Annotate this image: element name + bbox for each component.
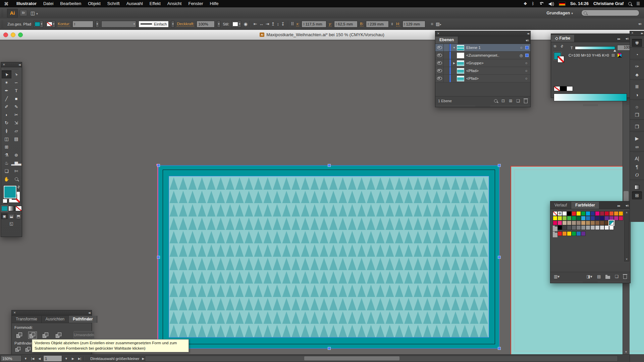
spotlight-search-icon[interactable] (628, 2, 632, 5)
menu-effekt[interactable]: Effekt (146, 0, 164, 7)
color-swatch[interactable] (600, 211, 604, 216)
selection-handle-ne[interactable] (498, 164, 500, 167)
y-position-field[interactable]: ▴▾62,5 mm (334, 21, 358, 27)
zoom-dropdown-caret[interactable]: ▼ (23, 357, 29, 360)
graphic-styles-panel-icon[interactable]: ❒ (632, 111, 642, 119)
slice-tool[interactable]: ✄ (11, 167, 21, 175)
color-swatch[interactable] (562, 231, 567, 236)
transparency-panel-icon[interactable]: ◑ (632, 91, 642, 99)
scissors-tool[interactable]: ✂ (11, 111, 21, 119)
scale-tool[interactable]: ⇲ (11, 119, 21, 127)
tint-slider-thumb[interactable] (613, 50, 616, 52)
swatch-options-icon[interactable]: ▤ (597, 274, 601, 279)
layer-row[interactable]: <Zusammengeset..◎ (435, 52, 530, 59)
transform-options-icon[interactable]: ⠿ (291, 21, 294, 26)
height-field[interactable]: ▴▾129 mm (402, 21, 425, 27)
color-swatch[interactable] (581, 231, 586, 236)
pathfinder-trim[interactable] (25, 347, 31, 352)
triangle-pattern-path[interactable] (169, 176, 489, 338)
color-swatch[interactable] (572, 216, 576, 221)
layer-thumbnail[interactable] (457, 76, 464, 81)
fill-color-dropdown[interactable]: ▾ (34, 21, 43, 27)
color-swatch[interactable] (614, 216, 619, 221)
pen-tool[interactable]: ✒ (2, 86, 11, 95)
color-swatch[interactable] (576, 221, 581, 225)
draw-inside-mode-button[interactable]: ⬒ (15, 213, 22, 219)
hand-tool[interactable]: ✋ (2, 175, 11, 183)
align-horizontal-center-icon[interactable]: ↔ (258, 21, 265, 26)
target-circle-icon[interactable]: ○ (522, 76, 530, 80)
color-swatch[interactable] (562, 221, 567, 225)
swatches-panel-icon[interactable]: ⊞ (632, 191, 642, 199)
selected-pattern-swatch[interactable] (609, 221, 614, 225)
menu-clock[interactable]: So. 14:26 (570, 1, 589, 6)
color-swatch[interactable] (553, 221, 557, 225)
opentype-panel-icon[interactable]: O (632, 171, 642, 179)
first-artboard-button[interactable]: |◀ (30, 357, 36, 360)
none-swatch[interactable] (553, 211, 557, 216)
layer-thumbnail[interactable] (457, 53, 464, 58)
layer-row[interactable]: ▼Ebene 1○ (435, 44, 530, 52)
next-artboard-button[interactable]: ▶ (70, 357, 75, 360)
keyboard-layout-german-flag-icon[interactable] (559, 2, 566, 6)
x-position-field[interactable]: ▴▾117,5 mm (302, 21, 326, 27)
notification-center-icon[interactable]: ☰ (636, 1, 640, 6)
postcard-artwork[interactable] (159, 166, 499, 348)
color-swatch[interactable] (595, 211, 600, 216)
color-swatch[interactable] (581, 221, 586, 225)
dock-expand-icon[interactable]: ▸▸ (641, 32, 643, 35)
selection-tool[interactable]: ➤ (2, 70, 11, 78)
color-swatch[interactable] (619, 216, 623, 221)
links-panel-icon[interactable]: ∞ (632, 143, 642, 151)
show-swatch-kinds-icon[interactable]: ◨▾ (587, 274, 592, 279)
stroke-weight-label[interactable]: Kontur: (58, 22, 70, 26)
stroke-weight-dropdown[interactable]: ▾ (96, 21, 99, 27)
workspace-switcher[interactable]: Grundlagen▾ (546, 11, 573, 15)
search-input[interactable] (581, 10, 639, 16)
selection-handle-n[interactable] (328, 164, 330, 167)
width-tool[interactable]: ≬ (2, 127, 11, 135)
lock-toggle-cell[interactable] (444, 75, 449, 82)
color-swatch[interactable] (576, 211, 581, 216)
new-swatch-icon[interactable]: ❏ (615, 274, 619, 279)
perspective-grid-tool[interactable]: ▤ (11, 135, 21, 143)
blob-brush-tool[interactable]: ◗ (2, 111, 11, 119)
color-swatch[interactable] (576, 231, 581, 236)
new-sublayer-icon[interactable]: ⊞ (509, 99, 512, 103)
tint-slider[interactable] (575, 46, 615, 50)
default-fill-stroke-icon[interactable] (3, 199, 7, 203)
swatch-libraries-menu-icon[interactable]: ▥▾ (554, 274, 559, 279)
tint-value-field[interactable]: 100 (617, 45, 631, 51)
width-label[interactable]: B: (360, 22, 364, 26)
menu-illustrator[interactable]: Illustrator (13, 0, 40, 7)
swatches-panel-menu-icon[interactable]: ▾≡ (626, 204, 629, 207)
artboard-dropdown-caret[interactable]: ▼ (63, 357, 69, 360)
gradient-tool[interactable] (11, 143, 21, 151)
brush-definition-dropdown[interactable]: Einfach (139, 21, 169, 27)
color-swatch[interactable] (619, 211, 623, 216)
volume-icon[interactable]: ◀)) (548, 1, 554, 6)
brush-dropdown-caret[interactable]: ▾ (171, 21, 174, 27)
type-tool[interactable]: T (11, 86, 21, 95)
color-swatch[interactable] (600, 225, 604, 230)
free-transform-tool[interactable]: ▱ (11, 127, 21, 135)
color-spectrum-ramp[interactable] (554, 94, 627, 101)
y-label[interactable]: y: (329, 22, 332, 26)
color-swatch[interactable] (557, 225, 562, 230)
layer-thumbnail[interactable] (457, 68, 464, 74)
tab-pathfinder[interactable]: Pathfinder (69, 316, 97, 323)
zoom-window-button[interactable] (18, 33, 23, 37)
color-group-folder-icon[interactable] (553, 227, 557, 231)
swatches-panel-corner-grip[interactable] (626, 279, 630, 282)
lock-toggle-cell[interactable] (444, 59, 449, 67)
color-swatch[interactable] (572, 211, 576, 216)
color-swatch[interactable] (590, 225, 595, 230)
shape-mode-exclude[interactable] (54, 331, 63, 339)
out-of-gamut-swatch[interactable] (611, 53, 615, 57)
fill-indicator[interactable] (4, 186, 16, 198)
layers-panel-menu-icon[interactable]: ▾≡ (526, 39, 529, 42)
status-indicator-label[interactable]: Direktauswahl größer/kleiner (90, 357, 139, 361)
visibility-toggle[interactable] (435, 75, 444, 82)
layer-name[interactable]: <Pfad> (466, 76, 522, 80)
layer-row[interactable]: ▶<Gruppe>○ (435, 59, 530, 67)
